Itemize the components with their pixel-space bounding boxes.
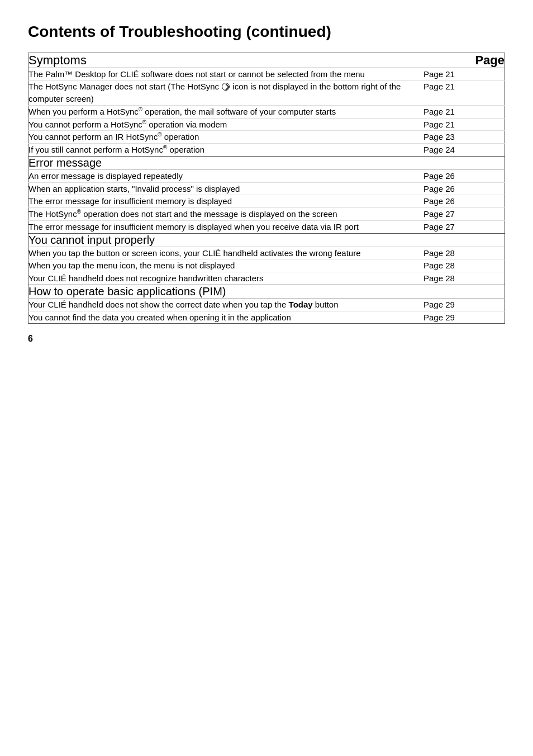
table-row: When you tap the menu icon, the menu is … <box>28 259 505 272</box>
footer-page-number: 6 <box>28 334 505 344</box>
section-header-pim: How to operate basic applications (PIM) <box>28 285 505 298</box>
table-row: You cannot perform an IR HotSync® operat… <box>28 131 505 144</box>
entry-text: The HotSync Manager does not start (The … <box>28 81 419 106</box>
entry-page: Page 26 <box>419 195 505 208</box>
section-header-cannot-input: You cannot input properly <box>28 233 505 247</box>
table-row: The Palm™ Desktop for CLIÉ software does… <box>28 68 505 81</box>
entry-page: Page 27 <box>419 220 505 233</box>
entry-text: Your CLIÉ handheld does not show the cor… <box>28 298 419 311</box>
toc-table: Symptoms Page The Palm™ Desktop for CLIÉ… <box>28 53 505 324</box>
entry-page: Page 23 <box>419 131 505 144</box>
entry-text: When you tap the menu icon, the menu is … <box>28 259 419 272</box>
table-row: You cannot perform a HotSync® operation … <box>28 118 505 131</box>
section-label: You cannot input properly <box>28 233 505 247</box>
entry-text: The error message for insufficient memor… <box>28 195 419 208</box>
table-row: When an application starts, "Invalid pro… <box>28 182 505 195</box>
table-row: The error message for insufficient memor… <box>28 220 505 233</box>
hotsync-icon <box>222 83 230 91</box>
entry-text: An error message is displayed repeatedly <box>28 169 419 182</box>
entry-text: The Palm™ Desktop for CLIÉ software does… <box>28 68 419 81</box>
entry-page: Page 27 <box>419 208 505 221</box>
entry-page: Page 28 <box>419 272 505 285</box>
table-header-row: Symptoms Page <box>28 53 505 68</box>
table-row: The error message for insufficient memor… <box>28 195 505 208</box>
table-row: The HotSync Manager does not start (The … <box>28 81 505 106</box>
entry-text: You cannot find the data you created whe… <box>28 311 419 324</box>
entry-page: Page 26 <box>419 169 505 182</box>
table-row: Your CLIÉ handheld does not show the cor… <box>28 298 505 311</box>
entry-text: If you still cannot perform a HotSync® o… <box>28 144 419 157</box>
entry-text: You cannot perform an IR HotSync® operat… <box>28 131 419 144</box>
entry-text: When you perform a HotSync® operation, t… <box>28 105 419 118</box>
entry-text: The error message for insufficient memor… <box>28 220 419 233</box>
section-header-error-message: Error message <box>28 156 505 169</box>
page-header: Page <box>419 53 505 68</box>
entry-page: Page 28 <box>419 259 505 272</box>
table-row: The HotSync® operation does not start an… <box>28 208 505 221</box>
entry-page: Page 29 <box>419 311 505 324</box>
section-label: Error message <box>28 156 505 169</box>
entry-page: Page 21 <box>419 105 505 118</box>
table-row: When you tap the button or screen icons,… <box>28 247 505 259</box>
entry-page: Page 21 <box>419 68 505 81</box>
section-label: How to operate basic applications (PIM) <box>28 285 505 298</box>
entry-page: Page 24 <box>419 144 505 157</box>
entry-text: When you tap the button or screen icons,… <box>28 247 419 259</box>
entry-page: Page 29 <box>419 298 505 311</box>
symptoms-header: Symptoms <box>28 53 419 68</box>
entry-page: Page 21 <box>419 118 505 131</box>
entry-text: Your CLIÉ handheld does not recognize ha… <box>28 272 419 285</box>
entry-page: Page 21 <box>419 81 505 106</box>
table-row: When you perform a HotSync® operation, t… <box>28 105 505 118</box>
table-row: An error message is displayed repeatedly… <box>28 169 505 182</box>
entry-text: The HotSync® operation does not start an… <box>28 208 419 221</box>
page-title: Contents of Troubleshooting (continued) <box>28 22 505 41</box>
table-row: Your CLIÉ handheld does not recognize ha… <box>28 272 505 285</box>
table-row: If you still cannot perform a HotSync® o… <box>28 144 505 157</box>
entry-page: Page 26 <box>419 182 505 195</box>
table-row: You cannot find the data you created whe… <box>28 311 505 324</box>
entry-text: You cannot perform a HotSync® operation … <box>28 118 419 131</box>
entry-text: When an application starts, "Invalid pro… <box>28 182 419 195</box>
entry-page: Page 28 <box>419 247 505 259</box>
today-text: Today <box>289 300 313 309</box>
